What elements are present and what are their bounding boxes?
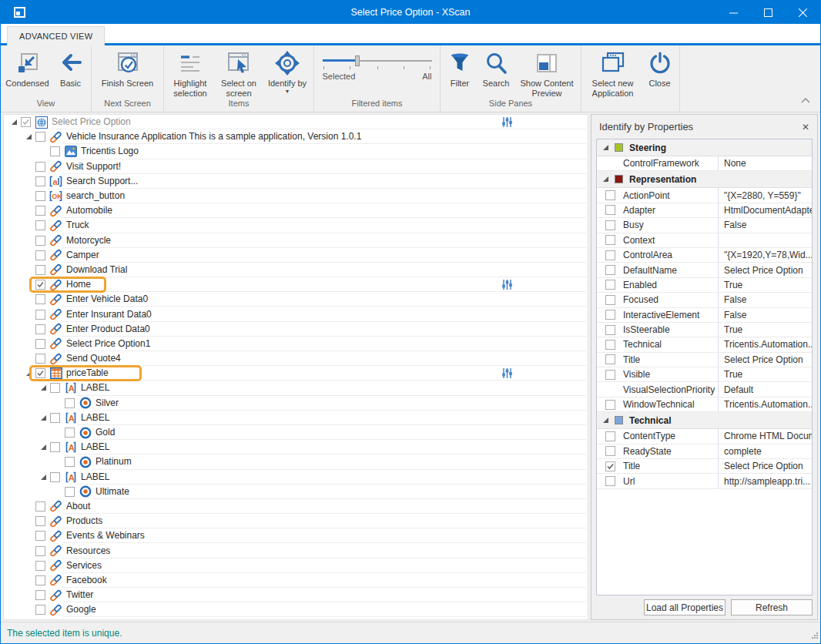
- tree-row[interactable]: Silver: [4, 396, 588, 411]
- property-row[interactable]: TitleSelect Price Option: [597, 353, 812, 367]
- finish-screen-button[interactable]: Finish Screen: [95, 48, 161, 89]
- select-on-screen-button[interactable]: Select on screen: [215, 48, 263, 99]
- search-button[interactable]: Search: [478, 48, 514, 89]
- tree-row[interactable]: Home: [4, 277, 588, 292]
- tree-item-checkbox[interactable]: [35, 354, 45, 364]
- property-checkbox[interactable]: [605, 431, 615, 441]
- tree-item-checkbox[interactable]: [35, 176, 45, 186]
- highlight-selection-button[interactable]: Highlight selection: [166, 48, 215, 99]
- property-row[interactable]: Context: [597, 233, 812, 248]
- property-row[interactable]: EnabledTrue: [597, 278, 812, 293]
- tree-item-checkbox[interactable]: [35, 339, 45, 349]
- tree-row[interactable]: Enter Product Data0: [4, 322, 588, 337]
- tree-row[interactable]: OKsearch_button: [4, 189, 588, 203]
- tree-row[interactable]: Select Price Option1: [4, 337, 588, 351]
- slider-handle[interactable]: [355, 55, 360, 66]
- tree-row[interactable]: ALABEL: [4, 470, 588, 485]
- load-all-properties-button[interactable]: Load all Properties: [644, 599, 725, 615]
- expander-icon[interactable]: [41, 415, 46, 421]
- tree-item-checkbox[interactable]: [35, 516, 45, 526]
- property-row[interactable]: AdapterHtmlDocumentAdapter: [597, 203, 812, 218]
- tree-row[interactable]: ALABEL: [4, 411, 588, 425]
- tree-row[interactable]: Events & Webinars: [4, 528, 588, 543]
- tree-item-checkbox[interactable]: [35, 280, 45, 290]
- tree-item-checkbox[interactable]: [35, 132, 45, 142]
- tree-row[interactable]: priceTable: [4, 366, 588, 381]
- tree-item-checkbox[interactable]: [65, 487, 75, 497]
- tree-row[interactable]: Google: [4, 602, 588, 617]
- tree-item-checkbox[interactable]: [35, 368, 45, 378]
- identify-filters-icon[interactable]: [501, 367, 513, 381]
- tree-item-checkbox[interactable]: [35, 605, 45, 615]
- expander-icon[interactable]: [12, 119, 17, 125]
- property-checkbox[interactable]: [605, 370, 615, 380]
- panel-close-icon[interactable]: ✕: [802, 122, 809, 132]
- property-checkbox[interactable]: [605, 205, 615, 215]
- tree-row[interactable]: Facebook: [4, 573, 588, 588]
- tree-row[interactable]: Platinum: [4, 454, 588, 469]
- tree-item-checkbox[interactable]: [35, 310, 45, 320]
- tree-item-checkbox[interactable]: [35, 265, 45, 275]
- property-row[interactable]: ControlFrameworkNone: [597, 156, 812, 171]
- property-section-header[interactable]: Steering: [597, 139, 812, 156]
- tree-row[interactable]: Truck: [4, 218, 588, 233]
- expander-icon[interactable]: [41, 385, 46, 391]
- tree-item-checkbox[interactable]: [35, 162, 45, 172]
- collapse-ribbon-chevron-icon[interactable]: [800, 93, 811, 107]
- tree-item-checkbox[interactable]: [35, 501, 45, 512]
- property-row[interactable]: ActionPoint"{X=2880, Y=559}": [597, 188, 812, 203]
- tree-item-checkbox[interactable]: [35, 250, 45, 260]
- tree-item-checkbox[interactable]: [65, 457, 75, 467]
- property-row[interactable]: ControlArea"{X=1920,Y=78,Wid...: [597, 248, 812, 263]
- tree-row[interactable]: Vehicle Insurance Application This is a …: [4, 129, 588, 144]
- property-row[interactable]: ReadyStatecomplete: [597, 444, 812, 459]
- tree-row[interactable]: About: [4, 499, 588, 514]
- tree-item-checkbox[interactable]: [35, 590, 45, 600]
- expander-icon[interactable]: [26, 371, 32, 376]
- tree-row[interactable]: Enter Insurant Data0: [4, 307, 588, 321]
- expander-icon[interactable]: [41, 475, 46, 480]
- minimize-button[interactable]: [716, 1, 751, 24]
- property-row[interactable]: WindowTechnicalTricentis.Automation...: [597, 397, 812, 412]
- tree-row[interactable]: Download Trial: [4, 263, 588, 277]
- tree-item-checkbox[interactable]: [35, 575, 45, 585]
- tree-item-checkbox[interactable]: [35, 546, 45, 556]
- property-row[interactable]: ContentTypeChrome HTML Docum...: [597, 429, 812, 444]
- refresh-button[interactable]: Refresh: [731, 599, 813, 615]
- tree-row[interactable]: Send Quote4: [4, 351, 588, 366]
- basic-button[interactable]: Basic: [52, 48, 89, 89]
- condensed-button[interactable]: Condensed: [3, 48, 52, 89]
- identify-by-button[interactable]: Identify by ▾: [263, 48, 312, 94]
- property-checkbox[interactable]: [605, 461, 615, 471]
- tree-item-checkbox[interactable]: [35, 324, 45, 334]
- tab-advanced-view[interactable]: ADVANCED VIEW: [7, 26, 105, 45]
- identify-filters-icon[interactable]: [501, 279, 513, 293]
- identify-filters-icon[interactable]: [501, 116, 513, 130]
- property-checkbox[interactable]: [605, 220, 615, 230]
- property-checkbox[interactable]: [605, 310, 615, 320]
- close-xscan-button[interactable]: Close: [642, 48, 678, 89]
- tree-row[interactable]: Services: [4, 558, 588, 573]
- close-button[interactable]: [786, 1, 820, 24]
- tree-item-checkbox[interactable]: [35, 531, 45, 541]
- filter-button[interactable]: Filter: [442, 48, 478, 89]
- tree-row[interactable]: Enter Vehicle Data0: [4, 292, 588, 307]
- tree-item-checkbox[interactable]: [35, 294, 45, 304]
- tree-item-checkbox[interactable]: [35, 561, 45, 571]
- tree-item-checkbox[interactable]: [35, 236, 45, 246]
- property-section-header[interactable]: Technical: [597, 412, 812, 429]
- tree-row[interactable]: ALABEL: [4, 381, 588, 395]
- property-row[interactable]: Urlhttp://sampleapp.tri...: [597, 474, 812, 488]
- property-row[interactable]: VisualSelectionPriorityDefault: [597, 382, 812, 397]
- resize-grip[interactable]: [811, 631, 819, 642]
- tree-row[interactable]: aSearch Support...: [4, 174, 588, 189]
- tree-item-checkbox[interactable]: [65, 428, 75, 438]
- filtered-items-slider[interactable]: Selected All: [317, 48, 438, 81]
- property-checkbox[interactable]: [605, 400, 615, 410]
- tree-item-checkbox[interactable]: [50, 472, 60, 482]
- tree-item-checkbox[interactable]: [35, 220, 45, 230]
- tree-row[interactable]: Products: [4, 514, 588, 528]
- property-checkbox[interactable]: [605, 325, 615, 335]
- tree-item-checkbox[interactable]: [65, 398, 75, 408]
- property-row[interactable]: DefaultNameSelect Price Option: [597, 263, 812, 277]
